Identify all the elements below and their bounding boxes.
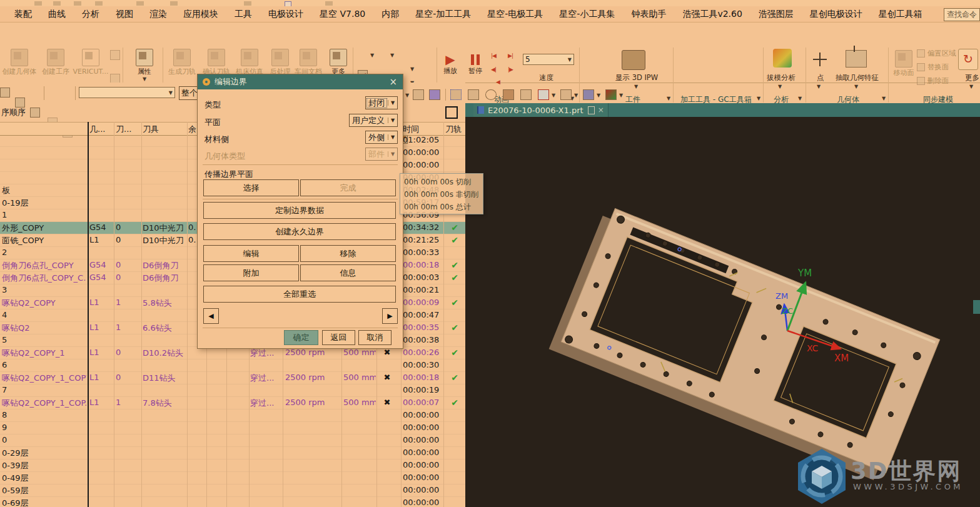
- vericut-button[interactable]: VERICUT...: [73, 49, 109, 76]
- point-button[interactable]: 点: [817, 73, 824, 83]
- table-row[interactable]: 0-39层00:00:00: [0, 459, 465, 472]
- refresh-button[interactable]: ↻: [958, 49, 978, 70]
- table-row[interactable]: 900:00:00: [0, 422, 465, 434]
- group-workpiece-caret-icon[interactable]: ▼: [667, 96, 670, 101]
- plane-select[interactable]: 用户定义▼: [349, 114, 398, 127]
- table-row[interactable]: 0-69层00:00:00: [0, 497, 465, 507]
- menu-item-15[interactable]: 浩强图层: [750, 9, 802, 20]
- play-button[interactable]: ▶ 播放: [439, 51, 462, 76]
- col-stock[interactable]: 余: [188, 124, 196, 135]
- nav-tool-icon-1[interactable]: [0, 88, 10, 98]
- col-geometry[interactable]: 几...: [89, 124, 105, 135]
- delete-face-button[interactable]: 删除面: [917, 76, 949, 86]
- verify-toolpath-button[interactable]: 确认刀轨: [198, 49, 235, 76]
- menu-item-0[interactable]: 装配: [6, 9, 40, 20]
- step-back-icon[interactable]: ◀|: [491, 66, 496, 73]
- step-last-icon[interactable]: ▶|: [508, 53, 513, 59]
- col-path[interactable]: 刀轨: [445, 124, 462, 135]
- dock-handle[interactable]: [973, 300, 980, 314]
- back-button[interactable]: 返回: [322, 330, 355, 345]
- step-first-icon[interactable]: |◀: [491, 53, 496, 59]
- menu-item-8[interactable]: 星空 V7.80: [311, 9, 373, 20]
- qat-icon[interactable]: [244, 1, 251, 6]
- col-time[interactable]: 时间: [403, 124, 419, 135]
- offset-region-button[interactable]: 偏置区域: [917, 49, 956, 58]
- menu-item-1[interactable]: 曲线: [40, 9, 74, 20]
- prev-boundary-button[interactable]: ◀: [203, 308, 219, 324]
- qat-icon[interactable]: [170, 1, 178, 6]
- remove-button[interactable]: 移除: [300, 245, 396, 262]
- dialog-close-icon[interactable]: ×: [383, 76, 403, 88]
- move-face-button[interactable]: 移动面: [891, 50, 917, 78]
- find-command-box[interactable]: 查找命令: [944, 8, 980, 21]
- geometry-type-select[interactable]: 部件▼: [365, 148, 398, 161]
- pan-icon[interactable]: [468, 89, 479, 100]
- table-row[interactable]: 000:00:00: [0, 434, 465, 447]
- create-permanent-boundary-button[interactable]: 创建永久边界: [203, 223, 396, 240]
- menu-item-9[interactable]: 内部: [373, 9, 407, 20]
- sync-more-button[interactable]: 更多: [965, 73, 979, 83]
- ipw-caret-icon[interactable]: ▼: [634, 84, 638, 89]
- next-boundary-button[interactable]: ▶: [382, 308, 398, 324]
- extract-feature-button[interactable]: 抽取几何特征: [836, 73, 879, 83]
- properties-button[interactable]: 属性▼: [126, 49, 163, 82]
- draft-caret-icon[interactable]: ▼: [778, 84, 782, 89]
- icon-caret[interactable]: ▼: [390, 53, 394, 58]
- table-row[interactable]: 啄钻Q2_COPY_1_COPYL10D11钻头穿过...2500 rpm500…: [0, 372, 465, 384]
- col-toolpath[interactable]: 刀...: [116, 124, 131, 135]
- table-row[interactable]: 0-49层00:00:00: [0, 472, 465, 484]
- part-tab-close-icon[interactable]: ×: [598, 106, 604, 114]
- sheets-icon[interactable]: [520, 89, 532, 100]
- create-operation-button[interactable]: 创建工序: [38, 49, 74, 76]
- table-row[interactable]: 600:00:30: [0, 359, 465, 372]
- pause-button[interactable]: 暂停: [464, 51, 487, 76]
- done-button[interactable]: 完成: [300, 179, 396, 196]
- table-row[interactable]: 0-29层00:00:00: [0, 447, 465, 459]
- menu-item-11[interactable]: 星空-电极工具: [479, 9, 551, 20]
- eraser-icon[interactable]: [503, 89, 514, 100]
- menu-item-2[interactable]: 分析: [74, 9, 108, 20]
- qat-icon[interactable]: [136, 1, 144, 6]
- vtb-caret-icon[interactable]: ▼: [574, 93, 578, 98]
- colormap-icon[interactable]: [605, 89, 617, 100]
- step-single-icon[interactable]: ◀: [496, 79, 500, 85]
- vtb-caret-icon[interactable]: ▼: [597, 93, 600, 98]
- layout-square[interactable]: [445, 106, 458, 119]
- nav-tool-icon-3[interactable]: [30, 108, 40, 118]
- type-select[interactable]: 封闭▼: [365, 96, 398, 109]
- qat-icon[interactable]: [74, 1, 81, 6]
- point-caret-icon[interactable]: ▼: [817, 84, 821, 89]
- part-tab-page-icon[interactable]: [588, 106, 595, 114]
- dialog-titlebar[interactable]: 编辑边界 ×: [198, 74, 403, 89]
- col-tool[interactable]: 刀具: [143, 124, 159, 135]
- qat-icon[interactable]: [34, 1, 42, 6]
- machined-plate[interactable]: [549, 205, 940, 483]
- group-gc-caret-icon[interactable]: ▼: [757, 96, 760, 101]
- info-button[interactable]: 信息: [300, 264, 396, 281]
- icon-caret[interactable]: ▼: [370, 53, 374, 58]
- generate-toolpath-button[interactable]: 生成刀轨: [164, 49, 200, 76]
- menu-item-13[interactable]: 钟表助手: [623, 9, 674, 20]
- shop-doc-button[interactable]: 车间文档: [290, 49, 326, 76]
- menu-item-4[interactable]: 渲染: [141, 9, 175, 20]
- table-row[interactable]: 0-59层00:00:00: [0, 484, 465, 497]
- ok-button[interactable]: 确定: [284, 330, 318, 345]
- group-geometry-caret-icon[interactable]: ▼: [882, 96, 886, 101]
- group-analysis-caret-icon[interactable]: ▼: [798, 96, 802, 101]
- menu-item-10[interactable]: 星空-加工工具: [407, 9, 479, 20]
- menu-item-12[interactable]: 星空-小工具集: [551, 9, 623, 20]
- shell-icon[interactable]: [560, 89, 572, 100]
- zoom-region-icon[interactable]: [450, 89, 462, 100]
- view-cube-icon[interactable]: [583, 89, 594, 100]
- extract-caret-icon[interactable]: ▼: [854, 84, 858, 89]
- custom-boundary-data-button[interactable]: 定制边界数据: [203, 202, 396, 219]
- shaded-view-icon[interactable]: [413, 89, 424, 100]
- append-button[interactable]: 附加: [203, 264, 299, 281]
- viewport-3d[interactable]: YM ZM ZC XC XM: [465, 117, 980, 507]
- table-row[interactable]: 800:00:00: [0, 409, 465, 422]
- nav-tool-icon-2[interactable]: [15, 98, 25, 108]
- navigator-filter-select[interactable]: ▼: [79, 87, 175, 98]
- cancel-button[interactable]: 取消: [358, 330, 391, 345]
- table-row[interactable]: 啄钻Q2_COPY_1L10D10.2钻头穿过...2500 rpm500 mm…: [0, 347, 465, 359]
- menu-item-3[interactable]: 视图: [108, 9, 141, 20]
